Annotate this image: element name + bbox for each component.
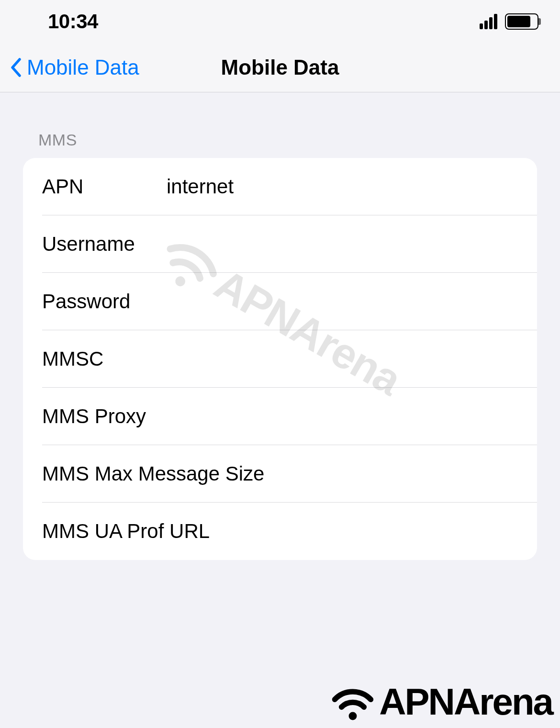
wifi-icon [330, 679, 375, 724]
svg-point-1 [349, 712, 357, 720]
status-time: 10:34 [48, 10, 98, 33]
label-username: Username [42, 233, 167, 256]
watermark-bottom: APNArena [330, 679, 552, 724]
row-apn[interactable]: APN [23, 158, 537, 215]
label-mms-max-message-size: MMS Max Message Size [42, 462, 264, 485]
label-apn: APN [42, 175, 167, 198]
input-mms-ua-prof-url[interactable] [210, 520, 537, 543]
cellular-signal-icon [480, 14, 497, 29]
status-indicators [480, 13, 538, 30]
row-mms-max-message-size[interactable]: MMS Max Message Size [23, 445, 537, 503]
row-mmsc[interactable]: MMSC [23, 330, 537, 388]
input-mmsc[interactable] [167, 347, 537, 370]
input-mms-proxy[interactable] [146, 405, 537, 428]
battery-icon [505, 13, 538, 30]
input-password[interactable] [167, 290, 537, 313]
back-label: Mobile Data [27, 56, 139, 79]
row-mms-proxy[interactable]: MMS Proxy [23, 388, 537, 445]
back-button[interactable]: Mobile Data [11, 56, 139, 79]
label-mmsc: MMSC [42, 347, 167, 370]
mms-settings-group: APN Username Password MMSC MMS Proxy MMS… [23, 158, 537, 560]
label-mms-proxy: MMS Proxy [42, 405, 146, 428]
input-apn[interactable] [167, 175, 537, 198]
content-area: MMS APN Username Password MMSC MMS Proxy… [0, 92, 560, 560]
navigation-bar: Mobile Data Mobile Data [0, 43, 560, 92]
status-bar: 10:34 [0, 0, 560, 43]
section-header-mms: MMS [23, 131, 537, 158]
label-password: Password [42, 290, 167, 313]
row-username[interactable]: Username [23, 215, 537, 273]
input-mms-max-message-size[interactable] [264, 462, 537, 485]
row-mms-ua-prof-url[interactable]: MMS UA Prof URL [23, 503, 537, 560]
watermark-text-bottom: APNArena [379, 680, 552, 724]
row-password[interactable]: Password [23, 273, 537, 330]
page-title: Mobile Data [221, 56, 339, 79]
label-mms-ua-prof-url: MMS UA Prof URL [42, 520, 210, 543]
chevron-left-icon [11, 58, 21, 77]
input-username[interactable] [167, 233, 537, 256]
